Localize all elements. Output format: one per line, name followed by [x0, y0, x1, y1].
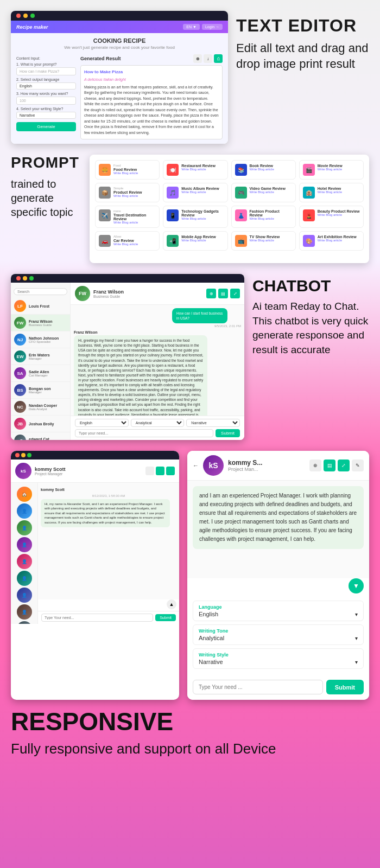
header-user-name: Franz Wilson: [93, 289, 124, 295]
header-avatar: FW: [75, 286, 90, 301]
print-btn[interactable]: ⎙: [214, 54, 223, 63]
language-btn[interactable]: EN ▼: [183, 24, 200, 30]
phone-sidebar-avatar-6[interactable]: 👤: [17, 571, 32, 586]
prompt-card-travel-review[interactable]: ✈️ more Travel Destination Review Write …: [95, 206, 160, 228]
recipe-nav: EN ▼ Login →: [183, 24, 223, 30]
music-review-title: Music Album Review: [181, 187, 224, 190]
tablet-action-btn-3[interactable]: ⤢: [338, 459, 350, 471]
phone-sidebar-avatar-5[interactable]: 👤: [17, 554, 32, 569]
question-input[interactable]: How can I make Pizza?: [16, 67, 76, 75]
prompt-card-food-review[interactable]: 🍔 Food Food Review Write Blog article: [95, 160, 160, 180]
result-text-body: Making pizza is an art form that require…: [84, 85, 219, 136]
travel-review-title: Travel Destination Review: [113, 213, 156, 221]
tablet-tone-value: Analytical: [199, 635, 224, 641]
tablet-action-btn-1[interactable]: ⊕: [309, 459, 321, 471]
tablet-messages-area: and I am an experienced Project Manager.…: [187, 481, 369, 578]
scroll-down-button[interactable]: ▼: [349, 578, 364, 593]
chatbot-search-input[interactable]: [14, 288, 67, 295]
phone-sidebar-avatar-8[interactable]: 👤: [17, 604, 32, 620]
header-user-role: Business Guide: [93, 295, 124, 298]
phone-submit-button[interactable]: Submit: [155, 614, 176, 621]
prompt-card-art-review[interactable]: 🎨 Art Exhibition Review Write Blog artic…: [299, 231, 364, 251]
phone-action-btn-2[interactable]: [156, 467, 164, 475]
tablet-action-btn-2[interactable]: ▤: [324, 459, 335, 471]
phone-sidebar-avatar-3[interactable]: 👤: [17, 520, 32, 535]
scroll-up-btn[interactable]: ▲: [167, 599, 176, 609]
prompt-card-movie-review[interactable]: 🎬 Movie Review Write Blog article: [299, 160, 364, 180]
prompt-card-app-review[interactable]: 📲 Mobile App Review Write Blog article: [163, 231, 227, 251]
generate-button[interactable]: Generate: [16, 122, 76, 131]
chatbot-user-sadie[interactable]: SA Sadie Allen Cat Manager: [11, 365, 70, 382]
chatbot-user-edward[interactable]: eC edward Cat Financial Analyst: [11, 432, 70, 440]
tablet-style-dropdown[interactable]: Writing Style Narrative ▾: [193, 648, 364, 669]
chatbot-language-select[interactable]: English: [75, 419, 129, 427]
phone-action-btn-1[interactable]: [145, 467, 154, 475]
prompt-card-hotel-review[interactable]: 🏨 Hotel Review Write Blog article: [299, 183, 364, 202]
tablet-tone-dropdown[interactable]: Writing Tone Analytical ▾: [193, 624, 364, 645]
prompt-card-book-review[interactable]: 📚 Book Review Write Blog article: [231, 160, 296, 180]
phone-sidebar-avatar-9[interactable]: 👤: [17, 621, 32, 624]
style-select[interactable]: Narrative: [16, 112, 76, 119]
chatbot-submit-button[interactable]: Submit: [216, 429, 240, 437]
tablet-back-btn[interactable]: ←: [193, 462, 199, 469]
copy-btn[interactable]: ⊕: [193, 54, 202, 63]
tablet-style-value: Narrative: [199, 659, 223, 665]
chatbot-message-input[interactable]: [75, 429, 213, 437]
chatbot-user-franz[interactable]: FW Franz Wilson Business Guide: [11, 315, 70, 331]
phone-sidebar-avatar-7[interactable]: 👤: [17, 588, 32, 603]
phone-message-input[interactable]: [41, 614, 153, 622]
prompt-card-restaurant-review[interactable]: 🍽️ Restaurant Review Write Blog article: [163, 160, 227, 180]
words-input[interactable]: 100: [16, 97, 76, 105]
prompt-card-tech-review[interactable]: 📱 Technology Gadgets Review Write Blog a…: [163, 206, 227, 228]
chatbot-action-btn-1[interactable]: ⊕: [206, 289, 216, 298]
chatbot-action-btn-3[interactable]: ⤢: [230, 289, 240, 298]
tablet-language-dropdown[interactable]: Language English ▾: [193, 601, 364, 621]
phone-sidebar-avatar-2[interactable]: 👤: [17, 503, 32, 519]
close-dot: [16, 14, 21, 18]
food-review-sub: Write Blog article: [113, 171, 156, 175]
phone-sender-name: kommy Scott: [41, 486, 176, 493]
prompt-card-fashion-review[interactable]: 👗 Fashion Product Review Write Blog arti…: [231, 206, 296, 228]
chatbot-user-louis[interactable]: LF Louis Frost: [11, 298, 70, 315]
responsive-bottom-text: RESPONSIVE Fully responsive and support …: [11, 708, 369, 758]
prompt-card-tv-review[interactable]: 📺 TV Show Review Write Blog article: [231, 231, 296, 251]
chatbot-user-erin[interactable]: EW Erin Waters Manager: [11, 348, 70, 365]
chatbot-user-nandan[interactable]: NC Nandan Cooper Data Analyst: [11, 399, 70, 416]
prompt-card-music-review[interactable]: 🎵 Music Album Review Write Blog article: [163, 183, 227, 202]
chatbot-user-nathon[interactable]: NJ Nathon Johnson CFO Specialist: [11, 331, 70, 348]
tablet-action-btn-4[interactable]: ✎: [352, 459, 364, 471]
text-editor-screenshot: Recipe maker EN ▼ Login → COOKING RECIPE…: [11, 11, 228, 144]
chatbot-user-joshua[interactable]: JB Joshua Brolly: [11, 416, 70, 432]
phone-sidebar-avatar-1[interactable]: 🏠: [17, 487, 32, 502]
chatbot-style-select[interactable]: Narrative: [186, 419, 240, 427]
prompt-card-game-review[interactable]: 🎮 Video Game Review Write Blog article: [231, 183, 296, 202]
chatbot-description: CHATBOT Ai team Reday to Chat. This chat…: [252, 274, 369, 357]
food-review-icon: 🍔: [99, 164, 111, 176]
recipe-left-panel: Content Input: 1. What is your prompt? H…: [16, 54, 76, 139]
prompt-card-car-review[interactable]: 🚗 Allow Car Review Write Blog article: [95, 231, 160, 251]
tv-review-title: TV Show Review: [250, 235, 292, 239]
tablet-submit-button[interactable]: Submit: [326, 680, 364, 694]
phone-action-btn-3[interactable]: [166, 467, 175, 475]
recipe-app-header: Recipe maker EN ▼ Login →: [11, 21, 228, 33]
fashion-review-title: Fashion Product Review: [250, 209, 292, 217]
chatbot-search-area: [11, 283, 70, 298]
phone-sidebar-avatar-4[interactable]: 👤: [17, 537, 32, 552]
prompt-card-product-review[interactable]: 📦 Simple Product Review Write Blog artic…: [95, 183, 160, 202]
music-review-sub: Write Blog article: [181, 190, 224, 194]
download-btn[interactable]: ↓: [204, 54, 212, 63]
language-label: 2. Select output language: [16, 78, 76, 81]
recipe-page-title: COOKING RECIPE: [16, 37, 223, 44]
prompt-desc-text: trained to generate specific topic: [11, 177, 81, 219]
chatbot-user-bongan[interactable]: BS Bongan son Manager: [11, 382, 70, 399]
hotel-review-title: Hotel Review: [318, 187, 360, 190]
tablet-message-input[interactable]: [193, 680, 323, 694]
language-select[interactable]: English: [16, 82, 76, 90]
chatbot-action-btn-2[interactable]: ▤: [218, 289, 228, 298]
chatbot-tone-select[interactable]: Analytical: [131, 419, 185, 427]
prompt-card-beauty-review[interactable]: 💄 Beauty Product Review Write Blog artic…: [299, 206, 364, 228]
restaurant-review-icon: 🍽️: [167, 164, 179, 176]
avatar-nathon: NJ: [14, 334, 26, 346]
book-review-title: Book Review: [250, 164, 292, 168]
login-btn[interactable]: Login →: [202, 24, 223, 30]
